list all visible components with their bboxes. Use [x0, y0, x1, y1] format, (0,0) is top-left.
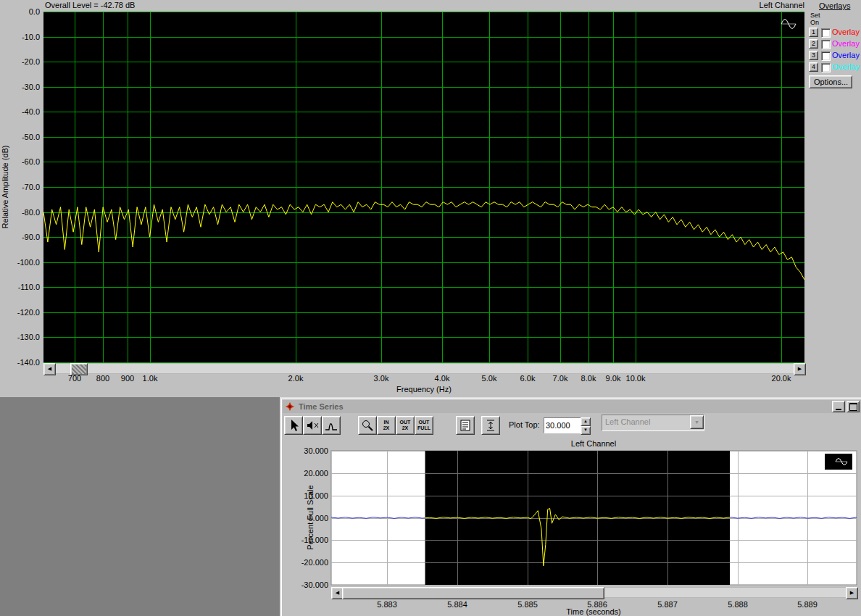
svg-text:5.887: 5.887: [657, 600, 678, 609]
plot-top-label: Plot Top:: [509, 420, 540, 429]
channel-select[interactable]: Left Channel ▼: [602, 415, 704, 431]
svg-text:2.0k: 2.0k: [288, 374, 304, 383]
maximize-button[interactable]: [847, 401, 860, 412]
svg-text:-30.000: -30.000: [301, 580, 328, 589]
time-series-title: Time Series: [299, 402, 344, 411]
svg-text:-50.0: -50.0: [22, 133, 40, 141]
svg-text:-120.0: -120.0: [17, 308, 40, 317]
svg-text:-100.0: -100.0: [17, 258, 40, 267]
svg-text:1.0k: 1.0k: [143, 374, 158, 383]
svg-text:4.0k: 4.0k: [435, 374, 450, 383]
timeseries-scroll-right-arrow[interactable]: ▶: [846, 587, 858, 599]
pointer-tool-button[interactable]: [284, 416, 303, 435]
time-series-toolbar: IN 2X OUT 2X OUT FULL: [283, 415, 861, 435]
overlay-1-label: Overlay: [832, 28, 860, 36]
spectrum-plot: 0.0-10.0-20.0-30.0-40.0-50.0-60.0-70.0-8…: [0, 0, 861, 397]
time-series-window-icon: [285, 401, 295, 412]
svg-text:-130.0: -130.0: [17, 333, 40, 341]
svg-text:9.0k: 9.0k: [606, 374, 621, 383]
time-series-titlebar[interactable]: Time Series: [283, 400, 861, 413]
overlay-4-checkbox[interactable]: [821, 63, 831, 72]
overlays-column-headers: Set On: [810, 12, 820, 26]
svg-text:20.0k: 20.0k: [772, 374, 791, 383]
svg-text:0.0: 0.0: [29, 7, 40, 16]
overlay-3-label: Overlay: [832, 51, 860, 59]
svg-text:-110.0: -110.0: [18, 283, 40, 291]
svg-text:-30.0: -30.0: [22, 83, 40, 91]
overlay-1-button[interactable]: 1: [809, 28, 818, 37]
magnifier-icon: [360, 418, 375, 433]
peak-curve-icon: [324, 418, 338, 433]
overlay-2-checkbox[interactable]: [821, 40, 831, 49]
app-root: 0.0-10.0-20.0-30.0-40.0-50.0-60.0-70.0-8…: [0, 0, 861, 616]
zoom-out-label-top: OUT: [400, 420, 411, 425]
timeseries-scroll-thumb[interactable]: [342, 587, 604, 599]
svg-text:7.0k: 7.0k: [553, 374, 568, 383]
zoom-in-2x-button[interactable]: IN 2X: [377, 416, 396, 435]
svg-text:10.0k: 10.0k: [626, 374, 646, 383]
channel-select-arrow[interactable]: ▼: [690, 415, 704, 429]
overlay-4-button[interactable]: 4: [809, 62, 818, 72]
spectrum-scroll-left-arrow[interactable]: ◀: [43, 363, 56, 375]
overlay-2-button[interactable]: 2: [809, 39, 818, 49]
overlays-options-button[interactable]: Options...: [809, 75, 852, 88]
pointer-icon: [286, 418, 301, 433]
report-view-button[interactable]: [456, 416, 475, 435]
svg-text:800: 800: [96, 374, 109, 383]
spectrum-scrollbar[interactable]: ◀ ▶: [43, 363, 804, 374]
zoom-full-label-top: OUT: [419, 420, 430, 425]
spectrum-y-axis-label: Relative Amplitude (dB): [1, 146, 9, 229]
minimize-button[interactable]: [832, 401, 845, 412]
peak-tool-button[interactable]: [322, 416, 341, 435]
listen-tool-button[interactable]: [303, 416, 322, 435]
svg-text:5.883: 5.883: [377, 600, 397, 609]
svg-text:900: 900: [121, 374, 134, 383]
svg-text:8.0k: 8.0k: [581, 374, 596, 383]
overlay-3-checkbox[interactable]: [821, 51, 831, 61]
fit-vertical-button[interactable]: [481, 416, 500, 435]
zoom-in-label-bottom: 2X: [383, 425, 390, 431]
timeseries-y-axis-label: Percent Full Scale: [306, 485, 315, 549]
svg-text:-20.000: -20.000: [301, 558, 328, 567]
svg-text:5.888: 5.888: [728, 600, 748, 609]
workspace-background: [0, 397, 280, 616]
spectrum-scroll-thumb[interactable]: [70, 363, 88, 375]
plot-top-spin-up[interactable]: ▲: [581, 417, 591, 426]
zoom-in-label-top: IN: [384, 420, 389, 425]
svg-text:3.0k: 3.0k: [374, 374, 389, 383]
svg-text:-140.0: -140.0: [17, 358, 40, 367]
plot-top-spin-down[interactable]: ▼: [581, 426, 591, 435]
overlay-1-checkbox[interactable]: [821, 28, 831, 38]
svg-text:S: S: [773, 14, 778, 22]
overlays-col-set: Set: [810, 12, 820, 19]
overlays-title: Overlays: [819, 1, 861, 10]
zoom-out-full-button[interactable]: OUT FULL: [415, 416, 433, 435]
spectrum-x-axis-label: Frequency (Hz): [396, 385, 452, 394]
channel-select-value: Left Channel: [602, 415, 704, 428]
minimize-icon: [836, 409, 841, 410]
timeseries-plot-title: Left Channel: [571, 439, 616, 448]
maximize-icon: [849, 403, 857, 411]
zoom-select-button[interactable]: [358, 416, 377, 435]
overlay-2-label: Overlay: [832, 39, 860, 48]
svg-text:5.885: 5.885: [517, 600, 538, 609]
svg-text:-60.0: -60.0: [22, 157, 40, 166]
overlays-panel: Overlays Set On 1 Overlay 2 Overlay 3 Ov…: [807, 1, 861, 96]
zoom-out-2x-button[interactable]: OUT 2X: [396, 416, 415, 435]
svg-text:6.0k: 6.0k: [520, 374, 536, 383]
st-wave-icon: ST: [825, 454, 852, 470]
overall-level-readout: Overall Level = -42.78 dB: [45, 1, 135, 9]
svg-text:20.000: 20.000: [304, 469, 328, 478]
overlay-4-label: Overlay: [832, 62, 860, 71]
overlay-3-button[interactable]: 3: [809, 51, 818, 60]
spectrum-channel-label: Left Channel: [760, 1, 804, 9]
zoom-out-label-bottom: 2X: [402, 425, 409, 431]
svg-text:30.000: 30.000: [304, 446, 328, 455]
zoom-full-label-bottom: FULL: [417, 425, 430, 431]
fit-vertical-icon: [483, 418, 498, 433]
plot-top-input[interactable]: [544, 417, 584, 433]
svg-text:5.889: 5.889: [797, 600, 818, 609]
timeseries-scrollbar[interactable]: ◀ ▶: [331, 587, 857, 598]
svg-text:-10.0: -10.0: [22, 33, 40, 41]
spectrum-scroll-right-arrow[interactable]: ▶: [794, 363, 806, 375]
